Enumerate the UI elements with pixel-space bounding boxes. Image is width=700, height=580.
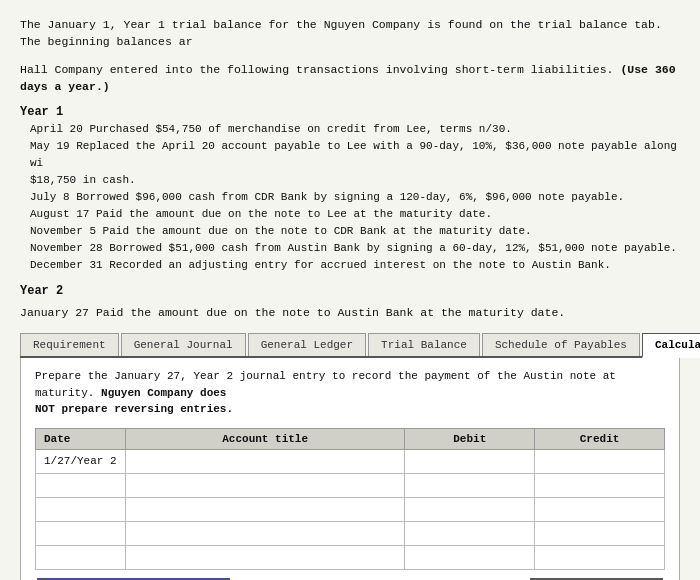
cell-credit[interactable] [535, 449, 665, 473]
year2-label: Year 2 [20, 284, 680, 298]
table-row: 1/27/Year 2 [36, 449, 665, 473]
table-row [36, 473, 665, 497]
transaction-line: December 31 Recorded an adjusting entry … [30, 257, 680, 274]
cell-date [36, 521, 126, 545]
instruction-not: NOT prepare reversing entries. [35, 403, 233, 415]
cell-credit[interactable] [535, 545, 665, 569]
transaction-line: November 28 Borrowed $51,000 cash from A… [30, 240, 680, 257]
year2-transaction: January 27 Paid the amount due on the no… [20, 306, 680, 319]
cell-debit[interactable] [405, 497, 535, 521]
transaction-line: November 5 Paid the amount due on the no… [30, 223, 680, 240]
intro-line1: The January 1, Year 1 trial balance for … [20, 18, 662, 48]
header-date: Date [36, 428, 126, 449]
year1-label: Year 1 [20, 105, 680, 119]
tab-trial-balance[interactable]: Trial Balance [368, 333, 480, 356]
table-row [36, 497, 665, 521]
cell-credit[interactable] [535, 473, 665, 497]
cell-date [36, 497, 126, 521]
header-debit: Debit [405, 428, 535, 449]
transaction-line: May 19 Replaced the April 20 account pay… [30, 138, 680, 172]
cell-debit[interactable] [405, 449, 535, 473]
instruction-text: Prepare the January 27, Year 2 journal e… [35, 368, 665, 418]
cell-credit[interactable] [535, 521, 665, 545]
transaction-line: April 20 Purchased $54,750 of merchandis… [30, 121, 680, 138]
tab-general-ledger[interactable]: General Ledger [248, 333, 366, 356]
cell-date: 1/27/Year 2 [36, 449, 126, 473]
cell-date [36, 545, 126, 569]
transaction-line: August 17 Paid the amount due on the not… [30, 206, 680, 223]
tab-schedule-of-payables[interactable]: Schedule of Payables [482, 333, 640, 356]
intro-paragraph: The January 1, Year 1 trial balance for … [20, 16, 680, 51]
cell-debit[interactable] [405, 521, 535, 545]
intro-line2-container: Hall Company entered into the following … [20, 61, 680, 96]
cell-credit[interactable] [535, 497, 665, 521]
header-credit: Credit [535, 428, 665, 449]
journal-table: Date Account title Debit Credit 1/27/Yea… [35, 428, 665, 570]
cell-account[interactable] [125, 545, 404, 569]
cell-account[interactable] [125, 449, 404, 473]
transaction-line: $18,750 in cash. [30, 172, 680, 189]
cell-account[interactable] [125, 473, 404, 497]
cell-account[interactable] [125, 497, 404, 521]
table-row [36, 545, 665, 569]
transaction-line: July 8 Borrowed $96,000 cash from CDR Ba… [30, 189, 680, 206]
instruction-bold: Nguyen Company does [101, 387, 226, 399]
tab-general-journal[interactable]: General Journal [121, 333, 246, 356]
content-area: Prepare the January 27, Year 2 journal e… [20, 358, 680, 580]
intro-line2: Hall Company entered into the following … [20, 63, 614, 76]
cell-date [36, 473, 126, 497]
cell-debit[interactable] [405, 545, 535, 569]
tab-calculation-of-interest[interactable]: Calculation of Interest [642, 333, 700, 358]
tab-navigation: RequirementGeneral JournalGeneral Ledger… [20, 331, 680, 358]
cell-account[interactable] [125, 521, 404, 545]
cell-debit[interactable] [405, 473, 535, 497]
header-account: Account title [125, 428, 404, 449]
table-row [36, 521, 665, 545]
tab-requirement[interactable]: Requirement [20, 333, 119, 356]
year1-transactions: April 20 Purchased $54,750 of merchandis… [30, 121, 680, 274]
